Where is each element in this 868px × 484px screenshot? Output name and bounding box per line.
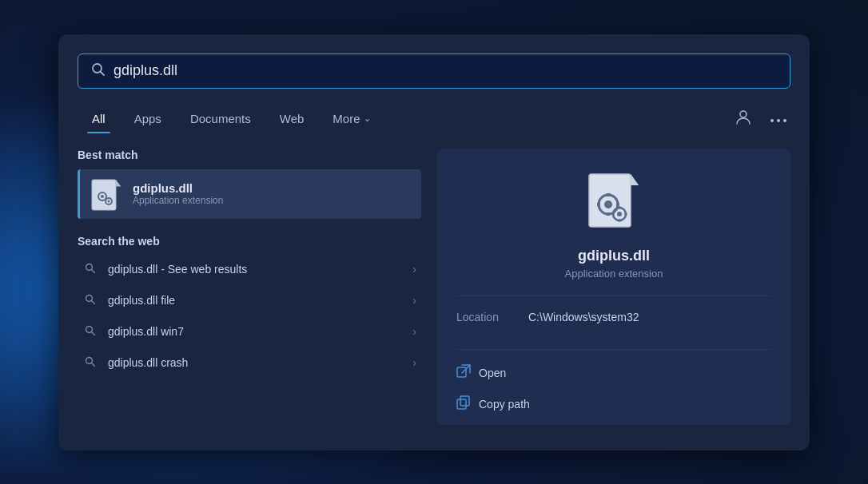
web-result-3[interactable]: gdiplus.dll win7 › (78, 316, 421, 347)
detail-location-value: C:\Windows\system32 (528, 311, 639, 323)
file-icon (91, 179, 121, 209)
tab-web[interactable]: Web (265, 107, 319, 130)
web-result-1[interactable]: gdiplus.dll - See web results › (78, 254, 421, 285)
right-top: gdiplus.dll Application extension (437, 149, 790, 296)
svg-point-5 (783, 119, 786, 122)
account-icon[interactable] (731, 105, 755, 133)
svg-line-15 (92, 269, 95, 272)
tab-all[interactable]: All (78, 107, 120, 130)
copy-icon (456, 395, 471, 414)
tabs-bar: All Apps Documents Web More ⌄ (78, 105, 790, 133)
arrow-icon-2: › (412, 294, 416, 307)
search-icon-1 (82, 263, 98, 276)
more-options-icon[interactable] (766, 107, 790, 130)
right-file-type: Application extension (565, 268, 663, 280)
svg-rect-6 (92, 180, 116, 210)
svg-rect-26 (607, 193, 611, 196)
search-icon-2 (82, 294, 98, 307)
main-content: Best match (78, 149, 790, 425)
search-icon-3 (82, 325, 98, 339)
svg-point-2 (740, 111, 747, 117)
svg-rect-27 (607, 212, 611, 216)
svg-marker-7 (116, 180, 121, 186)
svg-point-31 (617, 212, 622, 216)
best-match-info: gdiplus.dll Application extension (133, 181, 223, 206)
copy-path-label: Copy path (479, 398, 530, 411)
svg-rect-38 (457, 399, 466, 409)
svg-line-17 (92, 300, 95, 303)
tab-documents[interactable]: Documents (176, 107, 265, 130)
right-divider2 (456, 349, 771, 350)
svg-point-3 (770, 119, 774, 122)
svg-rect-29 (616, 202, 619, 206)
right-file-name: gdiplus.dll (578, 248, 650, 264)
right-details: Location C:\Windows\system32 (437, 296, 790, 343)
web-result-text-1: gdiplus.dll - See web results (108, 263, 412, 276)
svg-rect-36 (457, 367, 466, 377)
detail-location-label: Location (456, 311, 528, 323)
right-actions: Open Copy path (437, 361, 790, 425)
search-panel: All Apps Documents Web More ⌄ (58, 34, 810, 450)
open-label: Open (479, 367, 506, 379)
web-result-text-2: gdiplus.dll file (108, 294, 412, 307)
web-result-2[interactable]: gdiplus.dll file › (78, 285, 421, 316)
best-match-item[interactable]: gdiplus.dll Application extension (78, 169, 421, 219)
open-icon (456, 364, 471, 383)
dll-file-icon (586, 173, 642, 236)
svg-line-19 (92, 331, 95, 335)
detail-location: Location C:\Windows\system32 (456, 311, 771, 323)
tab-apps[interactable]: Apps (120, 107, 176, 130)
right-panel: gdiplus.dll Application extension Locati… (437, 149, 790, 425)
svg-rect-39 (460, 396, 469, 406)
action-copy-path[interactable]: Copy path (456, 392, 771, 417)
svg-point-4 (777, 119, 780, 122)
svg-point-13 (108, 200, 110, 202)
search-input[interactable] (113, 62, 777, 79)
arrow-icon-4: › (412, 356, 416, 369)
svg-point-25 (604, 200, 612, 208)
svg-line-1 (101, 71, 105, 75)
svg-rect-28 (597, 202, 600, 206)
action-open[interactable]: Open (456, 361, 771, 386)
svg-line-21 (92, 363, 95, 366)
svg-rect-34 (612, 212, 615, 216)
best-match-subtitle: Application extension (133, 195, 223, 206)
chevron-down-icon: ⌄ (364, 113, 371, 124)
svg-rect-33 (618, 219, 621, 221)
svg-rect-35 (625, 212, 627, 216)
arrow-icon-3: › (412, 325, 416, 338)
tab-actions (731, 105, 790, 133)
search-icon-4 (82, 356, 98, 370)
svg-point-11 (101, 195, 104, 198)
web-result-text-4: gdiplus.dll crash (108, 356, 412, 369)
arrow-icon-1: › (412, 263, 416, 276)
web-result-4[interactable]: gdiplus.dll crash › (78, 347, 421, 379)
search-icon (91, 62, 106, 80)
svg-rect-32 (618, 206, 621, 208)
best-match-title: gdiplus.dll (133, 181, 223, 195)
web-result-text-3: gdiplus.dll win7 (108, 325, 412, 338)
search-bar (78, 54, 790, 89)
left-panel: Best match (78, 149, 421, 425)
best-match-label: Best match (78, 149, 421, 161)
tab-more[interactable]: More ⌄ (318, 107, 384, 130)
web-search-label: Search the web (78, 235, 421, 248)
